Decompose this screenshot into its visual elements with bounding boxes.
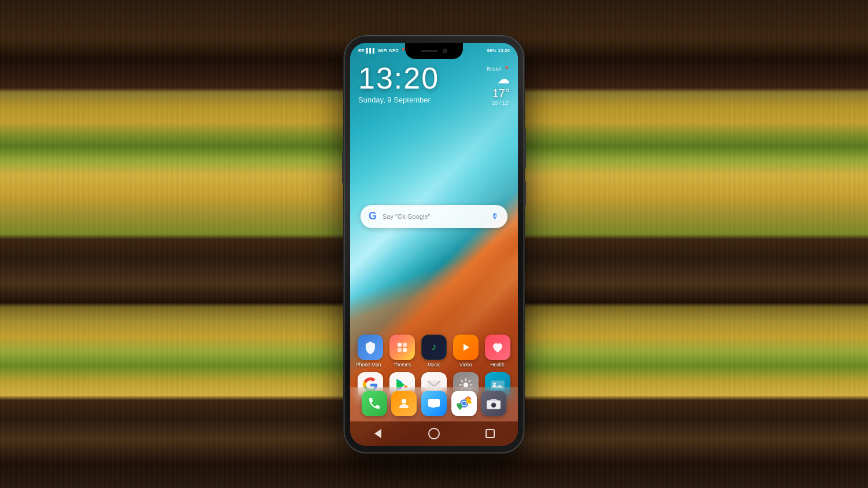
svg-rect-10 [428,399,440,407]
svg-rect-0 [398,343,402,347]
earpiece [421,50,438,52]
health-label: Health [490,362,505,368]
dock [350,387,518,421]
volume-down-button [524,181,526,207]
app-item-themes[interactable]: Themes [387,335,417,368]
back-button[interactable] [369,425,387,442]
themes-icon [389,335,415,360]
app-item-health[interactable]: Health [483,335,513,368]
recent-apps-button[interactable] [481,425,499,442]
recent-apps-icon [486,429,495,438]
status-time: 13:20 [498,48,510,53]
music-label: Music [428,362,440,368]
dock-phone[interactable] [359,391,389,418]
home-icon [428,428,440,439]
search-placeholder: Say "Ok Google" [382,213,491,220]
dock-chrome[interactable] [449,391,479,418]
home-button[interactable] [425,425,443,442]
dock-camera-icon [481,391,506,416]
status-right-icons: 98% 13:20 [487,48,510,53]
volume-up-button [342,152,344,184]
app-item-video[interactable]: Video [451,335,481,368]
weather-temperature: 17° [487,87,510,100]
svg-rect-2 [398,348,402,352]
weather-location-icon: 📍 [503,66,510,72]
phone-screen: EE ▌▌▌ WiFi NFC 📍 🔔 98% 13:20 13:20 Sund… [350,43,518,446]
notch [405,43,463,59]
front-camera [443,49,447,53]
google-logo: G [369,210,377,222]
back-icon [374,429,381,438]
health-icon [485,335,510,360]
signal-icon: ▌▌▌ [366,48,376,53]
weather-location: Bristol [487,66,501,72]
phone-manager-icon [358,335,383,360]
nfc-icon: NFC [389,48,399,53]
carrier-label: EE [358,48,365,53]
phone-device: EE ▌▌▌ WiFi NFC 📍 🔔 98% 13:20 13:20 Sund… [344,36,524,453]
dock-contacts-icon [391,391,417,416]
dock-camera[interactable] [479,391,509,418]
phone-body: EE ▌▌▌ WiFi NFC 📍 🔔 98% 13:20 13:20 Sund… [344,36,524,453]
svg-point-13 [462,401,466,405]
svg-rect-1 [403,343,407,347]
video-label: Video [459,362,472,368]
weather-range: 20 / 12° [487,100,510,106]
clock-date: Sunday, 9 September [358,96,431,104]
app-item-phone-manager[interactable]: Phone Man... [355,335,385,368]
svg-point-8 [493,382,495,384]
phone-manager-label: Phone Man... [356,362,385,368]
music-icon: ♪ [421,335,447,360]
weather-icon: ☁ [487,72,510,87]
svg-point-9 [402,399,406,403]
svg-point-17 [492,403,494,405]
dock-chrome-icon [451,391,477,416]
svg-marker-4 [464,344,469,351]
dock-messages-icon [421,391,447,416]
wifi-icon: WiFi [378,48,388,53]
dock-messages[interactable] [419,391,449,418]
app-item-music[interactable]: ♪ Music [419,335,449,368]
video-icon [453,335,479,360]
power-button [524,129,526,169]
battery-label: 98% [487,48,496,53]
microphone-icon[interactable]: 🎙 [491,212,499,221]
themes-label: Themes [393,362,411,368]
dock-contacts[interactable] [389,391,420,418]
google-search-bar[interactable]: G Say "Ok Google" 🎙 [361,205,507,228]
svg-rect-3 [403,348,407,352]
navigation-bar [350,421,518,446]
dock-phone-icon [362,391,387,416]
app-row-1: Phone Man... Themes [355,335,513,368]
weather-widget: Bristol 📍 ☁ 17° 20 / 12° [487,66,510,106]
